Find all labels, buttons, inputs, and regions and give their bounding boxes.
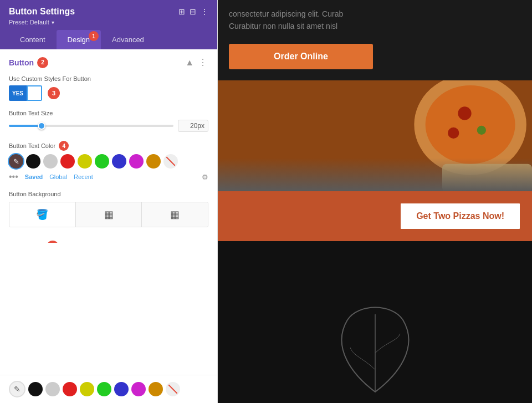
- text-color-row: Button Text Color 4 ✎ •••: [9, 141, 208, 182]
- orange-section: Get Two Pizzas Now!: [218, 191, 532, 241]
- text-color-badge: 4: [59, 141, 69, 151]
- text-size-track: [9, 125, 173, 127]
- gradient-icon: ▦: [104, 208, 114, 221]
- paint-bucket-icon: 🪣: [36, 208, 48, 221]
- panel-header: Button Settings ⊞ ⊟ ⋮ Preset: Default ▾ …: [0, 0, 217, 49]
- button-background-label: Button Background: [9, 191, 208, 197]
- toggle-container: YES 3: [9, 85, 208, 101]
- header-icons: ⊞ ⊟ ⋮: [178, 7, 208, 16]
- bottom-swatch-black[interactable]: [28, 382, 43, 396]
- swatch-green[interactable]: [95, 154, 109, 169]
- bg-flat-color[interactable]: 🪣: [9, 202, 76, 227]
- bottom-swatches-area: ✎: [0, 375, 217, 403]
- section-actions: ▲ ⋮: [184, 56, 208, 69]
- swatch-yellow[interactable]: [78, 154, 92, 169]
- more-icon[interactable]: ⋮: [201, 7, 208, 16]
- right-panel: consectetur adipiscing elit. Curab Curab…: [218, 0, 532, 403]
- color-gear-icon[interactable]: ⚙: [202, 173, 208, 181]
- tabs-bar: Content Design 1 Advanced: [9, 30, 208, 49]
- left-panel: Button Settings ⊞ ⊟ ⋮ Preset: Default ▾ …: [0, 0, 218, 403]
- svg-point-3: [458, 106, 471, 120]
- toggle-box: [27, 85, 42, 101]
- tab-content[interactable]: Content: [9, 30, 57, 49]
- tab-design[interactable]: Design 1: [57, 30, 101, 49]
- bottom-swatch-green[interactable]: [97, 382, 111, 396]
- svg-point-2: [426, 85, 515, 164]
- toggle-yes-label: YES: [9, 85, 27, 101]
- tab-advanced[interactable]: Advanced: [101, 30, 155, 49]
- section-badge: 2: [37, 57, 48, 68]
- order-online-button[interactable]: Order Online: [229, 44, 373, 69]
- button-section-header: Button 2 ▲ ⋮: [9, 56, 208, 69]
- swatch-none[interactable]: [163, 154, 178, 169]
- leaf-graphic: [320, 292, 431, 403]
- bottom-swatch-orange[interactable]: [149, 382, 163, 396]
- bottom-swatch-dark-blue[interactable]: [114, 382, 129, 396]
- bottom-swatch-purple[interactable]: [131, 382, 146, 396]
- text-size-row: Button Text Size 20px: [9, 110, 208, 132]
- color-tabs-row: ••• Saved Global Recent ⚙: [9, 172, 208, 182]
- section-title-text: Button: [9, 58, 34, 67]
- panel-body-wrapper: Button 2 ▲ ⋮ Use Custom Styles For Butto…: [0, 49, 217, 403]
- get-pizzas-button[interactable]: Get Two Pizzas Now!: [400, 202, 521, 230]
- bottom-swatch-yellow[interactable]: [80, 382, 94, 396]
- text-size-value[interactable]: 20px: [178, 120, 208, 132]
- pizza-image: [218, 80, 532, 191]
- preview-text-line2: Curabitur non nulla sit amet nisl: [229, 20, 521, 32]
- eyedropper-swatch[interactable]: ✎: [9, 154, 23, 169]
- bg-options: 🪣 ▦ ▦: [9, 202, 208, 227]
- preset-selector[interactable]: Preset: Default ▾: [9, 19, 208, 25]
- panel-body: Button 2 ▲ ⋮ Use Custom Styles For Butto…: [0, 49, 217, 243]
- text-size-label: Button Text Size: [9, 110, 208, 116]
- swatch-dark-blue[interactable]: [112, 154, 126, 169]
- preset-chevron: ▾: [52, 19, 54, 25]
- svg-point-5: [448, 127, 459, 139]
- swatch-red[interactable]: [60, 154, 75, 169]
- swatch-light-gray[interactable]: [43, 154, 58, 169]
- preview-text-area: consectetur adipiscing elit. Curab Curab…: [218, 0, 532, 38]
- color-tab-saved[interactable]: Saved: [25, 174, 43, 180]
- bottom-swatch-light-gray[interactable]: [45, 382, 60, 396]
- order-button-area: Order Online: [218, 38, 532, 80]
- section-title: Button 2: [9, 57, 48, 68]
- bottom-eyedropper[interactable]: ✎: [9, 381, 25, 397]
- button-background-row: Button Background 🪣 ▦ ▦: [9, 191, 208, 227]
- section-more-btn[interactable]: ⋮: [197, 56, 208, 69]
- swatch-purple[interactable]: [129, 154, 144, 169]
- custom-styles-badge: 3: [48, 87, 60, 99]
- pizza-image-area: [218, 80, 532, 191]
- section-collapse-btn[interactable]: ▲: [184, 57, 195, 69]
- text-color-swatches: ✎: [9, 154, 208, 169]
- bg-image[interactable]: ▦: [142, 202, 208, 227]
- text-size-thumb[interactable]: [38, 122, 45, 130]
- badge-5: 5: [47, 241, 59, 243]
- preview-text-line1: consectetur adipiscing elit. Curab: [229, 8, 521, 20]
- swatch-orange[interactable]: [146, 154, 161, 169]
- design-badge: 1: [89, 31, 99, 41]
- panel-title: Button Settings: [9, 7, 75, 17]
- text-color-label: Button Text Color 4: [9, 141, 208, 151]
- color-tab-recent[interactable]: Recent: [74, 174, 93, 180]
- text-size-slider-row: 20px: [9, 120, 208, 132]
- bg-gradient[interactable]: ▦: [76, 202, 142, 227]
- image-icon: ▦: [170, 208, 180, 221]
- bottom-swatch-none[interactable]: [166, 382, 180, 396]
- swatch-black[interactable]: [26, 154, 40, 169]
- color-dots-btn[interactable]: •••: [9, 172, 18, 182]
- svg-rect-6: [442, 164, 532, 191]
- responsive-icon[interactable]: ⊞: [178, 7, 185, 16]
- custom-styles-label: Use Custom Styles For Button: [9, 75, 208, 82]
- text-size-fill: [9, 125, 42, 127]
- dark-leaf-area: [218, 241, 532, 403]
- preset-label-text: Preset: Default: [9, 19, 49, 25]
- color-tab-global[interactable]: Global: [49, 174, 67, 180]
- custom-styles-toggle[interactable]: YES: [9, 85, 42, 101]
- bottom-swatch-red[interactable]: [63, 382, 77, 396]
- layout-icon[interactable]: ⊟: [190, 7, 196, 16]
- custom-styles-row: Use Custom Styles For Button YES 3: [9, 75, 208, 101]
- svg-point-4: [477, 126, 486, 135]
